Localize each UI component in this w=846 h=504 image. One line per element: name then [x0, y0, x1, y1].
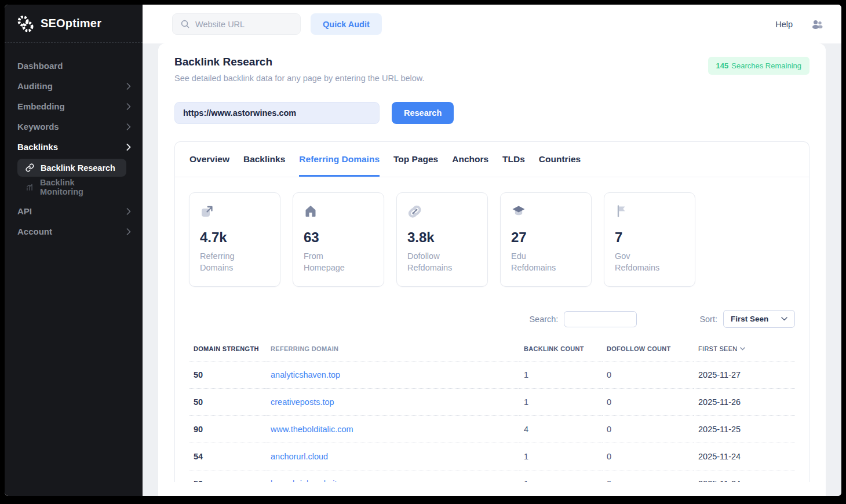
tab-backlinks[interactable]: Backlinks — [243, 142, 285, 177]
tab-countries[interactable]: Countries — [539, 142, 581, 177]
tab-tlds[interactable]: TLDs — [502, 142, 525, 177]
chevron-right-icon — [126, 208, 131, 215]
table-row: 50 creativeposts.top 1 0 2025-11-26 — [189, 389, 795, 416]
sidebar-item-backlink-research[interactable]: Backlink Research — [17, 159, 126, 177]
tab-referring-domains[interactable]: Referring Domains — [299, 142, 380, 177]
table-search-input[interactable] — [564, 311, 637, 327]
sidebar-item-backlinks[interactable]: Backlinks — [5, 137, 143, 157]
stat-label: Gov Refdomains — [615, 251, 667, 273]
sidebar-item-account[interactable]: Account — [5, 221, 143, 242]
flag-icon — [615, 204, 684, 219]
referring-domains-table: DOMAIN STRENGTH REFERRING DOMAIN BACKLIN… — [189, 340, 795, 482]
searches-remaining-count: 145 — [716, 61, 729, 70]
bar-chart-icon — [25, 183, 34, 191]
sort-label: Sort: — [699, 315, 717, 324]
website-url-input[interactable] — [195, 20, 293, 29]
chevron-down-icon — [781, 317, 787, 321]
sidebar-item-api[interactable]: API — [5, 201, 143, 221]
first-seen-cell: 2025-11-25 — [694, 416, 795, 443]
backlink-count-cell: 4 — [519, 416, 602, 443]
dofollow-count-cell: 0 — [602, 389, 694, 416]
sort-selected-value: First Seen — [731, 315, 768, 323]
sidebar-nav: Dashboard Auditing Embedding Keywords — [5, 43, 143, 242]
link-icon — [407, 204, 477, 219]
stat-value: 27 — [511, 229, 581, 246]
seoptimer-gear-icon — [16, 14, 35, 33]
referring-domain-link[interactable]: www.thebolditalic.com — [271, 425, 353, 434]
stat-value: 63 — [304, 229, 373, 246]
domain-strength-cell: 50 — [189, 389, 266, 416]
referring-domain-link[interactable]: creativeposts.top — [271, 397, 334, 407]
table-row: 90 www.thebolditalic.com 4 0 2025-11-25 — [189, 416, 795, 443]
stat-gov-refdomains: 7 Gov Refdomains — [604, 192, 695, 287]
home-icon — [304, 204, 373, 219]
tab-top-pages[interactable]: Top Pages — [393, 142, 438, 177]
searches-remaining-badge: 145Searches Remaining — [708, 57, 809, 75]
external-link-icon — [200, 204, 269, 219]
referring-domain-link[interactable]: anchorurl.cloud — [271, 452, 328, 461]
dofollow-count-cell: 0 — [602, 361, 694, 389]
sidebar: SEOptimer Dashboard Auditing Embedding K… — [5, 5, 143, 496]
sort-select[interactable]: First Seen — [723, 310, 795, 328]
referring-domain-link[interactable]: buzzshrink.website — [271, 479, 342, 482]
backlink-url-input[interactable] — [174, 102, 380, 124]
page-subtitle: See detailed backlink data for any page … — [174, 74, 425, 83]
quick-audit-button[interactable]: Quick Audit — [311, 13, 382, 35]
link-icon — [25, 163, 34, 172]
chevron-right-icon — [126, 83, 131, 90]
research-button[interactable]: Research — [392, 102, 454, 124]
column-first-seen[interactable]: FIRST SEEN — [694, 340, 795, 361]
referring-domain-link[interactable]: analyticshaven.top — [271, 370, 340, 379]
search-label: Search: — [529, 315, 558, 324]
tab-anchors[interactable]: Anchors — [452, 142, 488, 177]
column-backlink-count[interactable]: BACKLINK COUNT — [519, 340, 602, 361]
backlink-count-cell: 1 — [519, 361, 602, 389]
tab-bar: Overview Backlinks Referring Domains Top… — [175, 142, 809, 177]
sidebar-item-backlink-monitoring[interactable]: Backlink Monitoring — [17, 178, 126, 196]
table-row: 50 analyticshaven.top 1 0 2025-11-27 — [189, 361, 795, 389]
sidebar-item-auditing[interactable]: Auditing — [5, 76, 143, 96]
brand-name: SEOptimer — [41, 17, 101, 30]
column-referring-domain[interactable]: REFERRING DOMAIN — [266, 340, 519, 361]
table-controls: Search: Sort: First Seen — [189, 310, 795, 328]
chevron-right-icon — [126, 144, 131, 151]
table-row: 54 anchorurl.cloud 1 0 2025-11-24 — [189, 443, 795, 470]
backlink-count-cell: 1 — [519, 470, 602, 483]
users-account-icon[interactable] — [810, 18, 824, 31]
column-dofollow-count[interactable]: DOFOLLOW COUNT — [602, 340, 694, 361]
domain-strength-cell: 50 — [189, 470, 266, 483]
first-seen-cell: 2025-11-26 — [694, 389, 795, 416]
column-domain-strength[interactable]: DOMAIN STRENGTH — [189, 340, 266, 361]
first-seen-cell: 2025-11-27 — [694, 361, 795, 389]
stat-value: 7 — [615, 229, 684, 246]
backlink-count-cell: 1 — [519, 443, 602, 470]
tab-overview[interactable]: Overview — [189, 142, 229, 177]
chevron-right-icon — [126, 103, 131, 110]
stat-label: Dofollow Refdomains — [407, 251, 460, 273]
brand-logo[interactable]: SEOptimer — [5, 5, 143, 43]
domain-strength-cell: 90 — [189, 416, 266, 443]
topbar: Quick Audit Help — [143, 5, 841, 43]
sidebar-item-embedding[interactable]: Embedding — [5, 96, 143, 116]
stat-label: Edu Refdomains — [511, 251, 563, 273]
domain-strength-cell: 54 — [189, 443, 266, 470]
app-window: SEOptimer Dashboard Auditing Embedding K… — [5, 5, 841, 496]
chevron-down-icon — [740, 345, 745, 352]
help-link[interactable]: Help — [775, 20, 793, 29]
dofollow-count-cell: 0 — [602, 443, 694, 470]
stat-referring-domains: 4.7k Referring Domains — [189, 192, 280, 287]
table-row: 50 buzzshrink.website 1 0 2025-11-24 — [189, 470, 795, 483]
content-panel: Backlink Research See detailed backlink … — [158, 43, 826, 496]
sidebar-item-dashboard[interactable]: Dashboard — [5, 56, 143, 76]
stat-label: Referring Domains — [200, 251, 252, 273]
dofollow-count-cell: 0 — [602, 470, 694, 483]
stat-cards: 4.7k Referring Domains 63 Fr — [189, 192, 795, 287]
stat-dofollow-refdomains: 3.8k Dofollow Refdomains — [396, 192, 488, 287]
results-card: Overview Backlinks Referring Domains Top… — [174, 141, 809, 482]
website-url-searchbox[interactable] — [172, 13, 301, 35]
backlink-count-cell: 1 — [519, 389, 602, 416]
dofollow-count-cell: 0 — [602, 416, 694, 443]
sidebar-item-keywords[interactable]: Keywords — [5, 116, 143, 137]
table-header-row: DOMAIN STRENGTH REFERRING DOMAIN BACKLIN… — [189, 340, 795, 361]
stat-value: 4.7k — [200, 229, 269, 246]
